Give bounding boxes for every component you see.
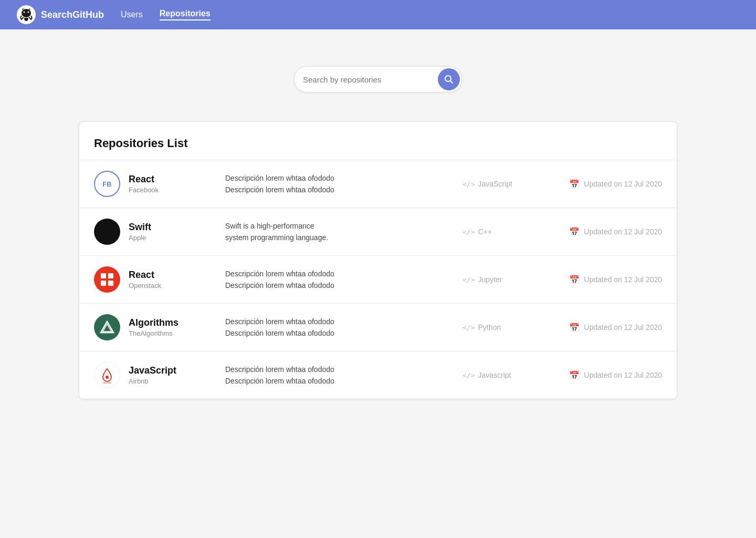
algorithms-logo-icon [100, 320, 114, 335]
repo-description: Swift is a high-performance system progr… [213, 220, 463, 244]
avatar [94, 219, 120, 245]
repos-header: Repositories List [79, 122, 677, 160]
calendar-icon: 📅 [569, 370, 580, 380]
repo-owner: Airbnb [129, 377, 213, 385]
code-icon: </> [463, 324, 475, 332]
repo-description: Descripción lorem whtaa ofododo Descripc… [213, 268, 463, 292]
search-input[interactable] [295, 69, 436, 90]
repo-language: </> Javascript [463, 371, 547, 379]
search-area [0, 29, 756, 121]
svg-point-3 [28, 12, 29, 13]
svg-text:airbnb: airbnb [103, 381, 112, 384]
repo-info: Algorithms TheAlgorithms [129, 317, 213, 337]
search-container [294, 66, 462, 92]
repo-name: JavaScript [129, 365, 213, 376]
repo-language: </> C++ [463, 227, 547, 236]
repo-owner: Apple [129, 234, 213, 242]
brand: SearchGitHub [17, 5, 104, 24]
avatar: airbnb [94, 362, 120, 388]
table-row: FB React Facebook Descripción lorem whta… [79, 160, 677, 208]
repo-language: </> Python [463, 323, 547, 332]
svg-point-1 [22, 9, 31, 17]
svg-point-2 [24, 12, 25, 13]
calendar-icon: 📅 [569, 227, 580, 237]
navbar: SearchGitHub Users Repositories [0, 0, 756, 29]
repo-updated: 📅 Updated on 12 Jul 2020 [547, 227, 662, 237]
code-icon: </> [463, 180, 475, 188]
repo-info: React Openstack [129, 270, 213, 289]
table-row: React Openstack Descripción lorem whtaa … [79, 255, 677, 303]
repo-updated: 📅 Updated on 12 Jul 2020 [547, 275, 662, 285]
airbnb-logo-icon: airbnb [99, 367, 116, 384]
octocat-icon [17, 5, 36, 24]
repo-updated: 📅 Updated on 12 Jul 2020 [547, 179, 662, 189]
svg-marker-10 [101, 322, 113, 333]
repo-language: </> JavaScript [463, 180, 547, 188]
svg-line-5 [450, 81, 453, 84]
calendar-icon: 📅 [569, 323, 580, 333]
svg-rect-8 [101, 281, 106, 286]
repo-description: Descripción lorem whtaa ofododo Descripc… [213, 172, 463, 196]
code-icon: </> [463, 228, 475, 236]
repo-info: Swift Apple [129, 222, 213, 242]
code-icon: </> [463, 371, 475, 379]
search-icon [444, 75, 454, 84]
repos-card: Repositories List FB React Facebook Desc… [79, 121, 677, 399]
repo-updated: 📅 Updated on 12 Jul 2020 [547, 370, 662, 380]
avatar: FB [94, 171, 120, 197]
table-row: Algorithms TheAlgorithms Descripción lor… [79, 303, 677, 351]
avatar [94, 266, 120, 293]
calendar-icon: 📅 [569, 179, 580, 189]
openstack-logo-icon [100, 272, 114, 287]
table-row: airbnb JavaScript Airbnb Descripción lor… [79, 351, 677, 399]
code-icon: </> [463, 276, 475, 284]
repo-info: JavaScript Airbnb [129, 365, 213, 385]
repo-owner: Openstack [129, 282, 213, 289]
nav-users[interactable]: Users [121, 10, 143, 19]
main-content: Repositories List FB React Facebook Desc… [47, 121, 709, 399]
repo-owner: Facebook [129, 186, 213, 194]
table-row: Swift Apple Swift is a high-performance … [79, 208, 677, 255]
svg-rect-6 [101, 273, 106, 278]
repo-language: </> Jupyter [463, 275, 547, 284]
nav-repositories[interactable]: Repositories [160, 9, 211, 20]
repo-updated: 📅 Updated on 12 Jul 2020 [547, 323, 662, 333]
repo-name: Algorithms [129, 317, 213, 328]
repo-name: React [129, 270, 213, 281]
repo-description: Descripción lorem whtaa ofododo Descripc… [213, 316, 463, 339]
repo-description: Descripción lorem whtaa ofododo Descripc… [213, 364, 463, 387]
svg-rect-9 [108, 281, 113, 286]
search-button[interactable] [438, 68, 460, 90]
svg-rect-7 [108, 273, 113, 278]
repo-owner: TheAlgorithms [129, 329, 213, 337]
calendar-icon: 📅 [569, 275, 580, 285]
avatar [94, 314, 120, 340]
repo-name: Swift [129, 222, 213, 233]
repo-name: React [129, 174, 213, 185]
svg-point-12 [106, 376, 109, 379]
brand-name: SearchGitHub [41, 9, 104, 20]
repo-info: React Facebook [129, 174, 213, 194]
